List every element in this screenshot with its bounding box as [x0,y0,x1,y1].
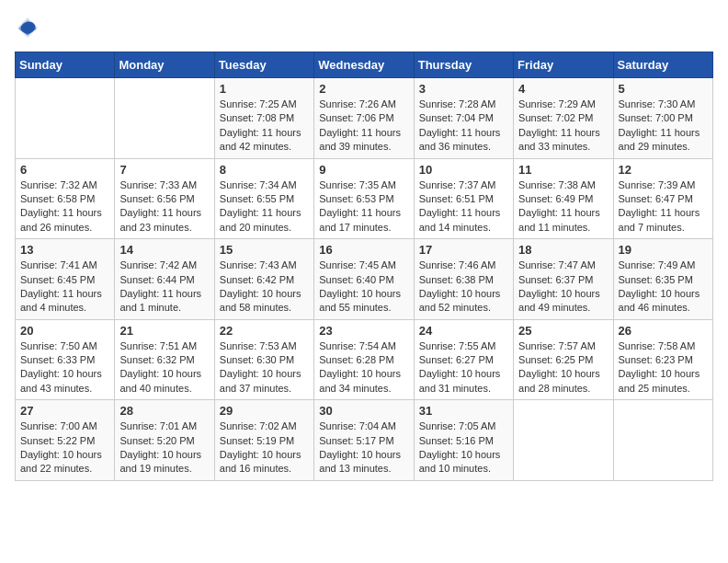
day-info: Sunrise: 7:49 AM Sunset: 6:35 PM Dayligh… [619,259,708,316]
day-number: 29 [220,404,309,418]
day-header-wednesday: Wednesday [314,52,414,78]
day-number: 7 [119,163,209,177]
day-number: 30 [319,404,408,418]
day-info: Sunrise: 7:33 AM Sunset: 6:56 PM Dayligh… [119,178,209,236]
day-info: Sunrise: 7:25 AM Sunset: 7:08 PM Dayligh… [220,98,309,155]
day-info: Sunrise: 7:28 AM Sunset: 7:04 PM Dayligh… [419,98,508,155]
calendar-cell: 28Sunrise: 7:01 AM Sunset: 5:20 PM Dayli… [115,400,214,481]
day-number: 14 [119,243,209,257]
day-info: Sunrise: 7:39 AM Sunset: 6:47 PM Dayligh… [619,178,708,236]
calendar-table: SundayMondayTuesdayWednesdayThursdayFrid… [15,52,713,481]
day-info: Sunrise: 7:38 AM Sunset: 6:49 PM Dayligh… [518,178,608,236]
day-number: 18 [518,243,608,257]
day-info: Sunrise: 7:41 AM Sunset: 6:45 PM Dayligh… [20,259,109,316]
day-number: 15 [220,243,309,257]
calendar-cell: 7Sunrise: 7:33 AM Sunset: 6:56 PM Daylig… [115,158,214,239]
calendar-cell [514,400,613,481]
calendar-cell: 25Sunrise: 7:57 AM Sunset: 6:25 PM Dayli… [514,319,613,400]
day-info: Sunrise: 7:42 AM Sunset: 6:44 PM Dayligh… [119,259,209,316]
week-row-2: 6Sunrise: 7:32 AM Sunset: 6:58 PM Daylig… [16,158,713,239]
calendar-cell: 18Sunrise: 7:47 AM Sunset: 6:37 PM Dayli… [514,239,613,320]
day-header-monday: Monday [115,52,214,78]
day-number: 6 [20,163,109,177]
calendar-cell: 4Sunrise: 7:29 AM Sunset: 7:02 PM Daylig… [514,78,613,159]
day-number: 24 [419,324,508,338]
calendar-cell: 10Sunrise: 7:37 AM Sunset: 6:51 PM Dayli… [414,158,513,239]
day-info: Sunrise: 7:30 AM Sunset: 7:00 PM Dayligh… [619,98,708,155]
day-number: 19 [619,243,708,257]
calendar-cell: 22Sunrise: 7:53 AM Sunset: 6:30 PM Dayli… [214,319,313,400]
day-info: Sunrise: 7:05 AM Sunset: 5:16 PM Dayligh… [419,419,508,477]
calendar-cell: 8Sunrise: 7:34 AM Sunset: 6:55 PM Daylig… [214,158,313,239]
day-info: Sunrise: 7:45 AM Sunset: 6:40 PM Dayligh… [319,259,408,316]
calendar-cell: 12Sunrise: 7:39 AM Sunset: 6:47 PM Dayli… [613,158,712,239]
day-info: Sunrise: 7:04 AM Sunset: 5:17 PM Dayligh… [319,419,408,477]
day-number: 16 [319,243,408,257]
calendar-cell: 20Sunrise: 7:50 AM Sunset: 6:33 PM Dayli… [16,319,115,400]
calendar-cell: 19Sunrise: 7:49 AM Sunset: 6:35 PM Dayli… [613,239,712,320]
day-info: Sunrise: 7:34 AM Sunset: 6:55 PM Dayligh… [220,178,309,236]
day-number: 31 [419,404,508,418]
calendar-cell: 17Sunrise: 7:46 AM Sunset: 6:38 PM Dayli… [414,239,513,320]
calendar-cell: 29Sunrise: 7:02 AM Sunset: 5:19 PM Dayli… [214,400,313,481]
calendar-cell: 26Sunrise: 7:58 AM Sunset: 6:23 PM Dayli… [613,319,712,400]
day-info: Sunrise: 7:58 AM Sunset: 6:23 PM Dayligh… [619,339,708,396]
day-info: Sunrise: 7:50 AM Sunset: 6:33 PM Dayligh… [20,339,109,396]
day-header-tuesday: Tuesday [214,52,313,78]
week-row-3: 13Sunrise: 7:41 AM Sunset: 6:45 PM Dayli… [16,239,713,320]
day-header-friday: Friday [514,52,613,78]
calendar-cell: 6Sunrise: 7:32 AM Sunset: 6:58 PM Daylig… [16,158,115,239]
day-number: 2 [319,82,408,96]
day-header-thursday: Thursday [414,52,513,78]
calendar-cell: 1Sunrise: 7:25 AM Sunset: 7:08 PM Daylig… [214,78,313,159]
day-info: Sunrise: 7:02 AM Sunset: 5:19 PM Dayligh… [220,419,309,477]
day-header-saturday: Saturday [613,52,712,78]
day-number: 9 [319,163,408,177]
page-header [15,15,713,40]
calendar-cell: 2Sunrise: 7:26 AM Sunset: 7:06 PM Daylig… [314,78,414,159]
day-number: 3 [419,82,508,96]
day-number: 12 [619,163,708,177]
week-row-4: 20Sunrise: 7:50 AM Sunset: 6:33 PM Dayli… [16,319,713,400]
calendar-cell: 16Sunrise: 7:45 AM Sunset: 6:40 PM Dayli… [314,239,414,320]
day-info: Sunrise: 7:26 AM Sunset: 7:06 PM Dayligh… [319,98,408,155]
logo-icon [15,15,40,40]
day-info: Sunrise: 7:37 AM Sunset: 6:51 PM Dayligh… [419,178,508,236]
day-number: 26 [619,324,708,338]
calendar-cell: 30Sunrise: 7:04 AM Sunset: 5:17 PM Dayli… [314,400,414,481]
day-number: 22 [220,324,309,338]
day-number: 23 [319,324,408,338]
calendar-cell: 15Sunrise: 7:43 AM Sunset: 6:42 PM Dayli… [214,239,313,320]
calendar-cell [613,400,712,481]
day-info: Sunrise: 7:51 AM Sunset: 6:32 PM Dayligh… [119,339,209,396]
day-number: 11 [518,163,608,177]
day-headers-row: SundayMondayTuesdayWednesdayThursdayFrid… [16,52,713,78]
day-info: Sunrise: 7:35 AM Sunset: 6:53 PM Dayligh… [319,178,408,236]
day-info: Sunrise: 7:54 AM Sunset: 6:28 PM Dayligh… [319,339,408,396]
day-number: 28 [119,404,209,418]
calendar-cell: 21Sunrise: 7:51 AM Sunset: 6:32 PM Dayli… [115,319,214,400]
day-number: 4 [518,82,608,96]
week-row-1: 1Sunrise: 7:25 AM Sunset: 7:08 PM Daylig… [16,78,713,159]
day-info: Sunrise: 7:43 AM Sunset: 6:42 PM Dayligh… [220,259,309,316]
day-number: 8 [220,163,309,177]
day-number: 5 [619,82,708,96]
calendar-cell: 13Sunrise: 7:41 AM Sunset: 6:45 PM Dayli… [16,239,115,320]
day-number: 13 [20,243,109,257]
day-number: 20 [20,324,109,338]
calendar-cell: 5Sunrise: 7:30 AM Sunset: 7:00 PM Daylig… [613,78,712,159]
day-info: Sunrise: 7:57 AM Sunset: 6:25 PM Dayligh… [518,339,608,396]
day-info: Sunrise: 7:53 AM Sunset: 6:30 PM Dayligh… [220,339,309,396]
calendar-cell [115,78,214,159]
day-number: 27 [20,404,109,418]
calendar-cell: 14Sunrise: 7:42 AM Sunset: 6:44 PM Dayli… [115,239,214,320]
day-info: Sunrise: 7:29 AM Sunset: 7:02 PM Dayligh… [518,98,608,155]
calendar-cell: 23Sunrise: 7:54 AM Sunset: 6:28 PM Dayli… [314,319,414,400]
week-row-5: 27Sunrise: 7:00 AM Sunset: 5:22 PM Dayli… [16,400,713,481]
day-header-sunday: Sunday [16,52,115,78]
calendar-cell: 11Sunrise: 7:38 AM Sunset: 6:49 PM Dayli… [514,158,613,239]
day-info: Sunrise: 7:55 AM Sunset: 6:27 PM Dayligh… [419,339,508,396]
day-number: 21 [119,324,209,338]
day-info: Sunrise: 7:47 AM Sunset: 6:37 PM Dayligh… [518,259,608,316]
day-info: Sunrise: 7:32 AM Sunset: 6:58 PM Dayligh… [20,178,109,236]
